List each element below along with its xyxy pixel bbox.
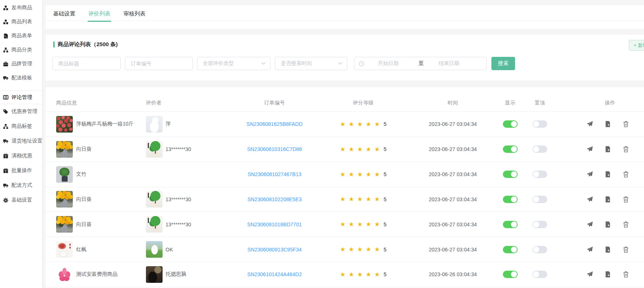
review-time: 2023-06-27 03:04:34	[429, 121, 477, 127]
reviewer-name: 13*******30	[166, 196, 191, 202]
show-toggle[interactable]	[503, 171, 518, 178]
top-toggle[interactable]	[532, 171, 547, 178]
order-number-link[interactable]: SN2306101424A464D2	[247, 271, 302, 277]
order-number-link[interactable]: SN2306080913C95F34	[247, 247, 301, 253]
date-start-placeholder[interactable]: 开始日期	[364, 60, 412, 67]
order-number-link[interactable]: SN23060810316C7D86	[247, 146, 302, 152]
file-add-icon[interactable]	[604, 121, 611, 127]
show-toggle[interactable]	[503, 196, 518, 203]
sidebar-item-gift-满额优惠[interactable]: 满额优惠	[0, 148, 42, 163]
sidebar-item-sitemap-商品分类[interactable]: 商品分类	[0, 43, 42, 57]
send-icon[interactable]	[586, 246, 593, 253]
product-title-input[interactable]	[53, 57, 120, 70]
send-icon[interactable]	[586, 271, 593, 278]
sidebar-item-columns-评论管理[interactable]: 评论管理	[0, 90, 42, 104]
top-toggle[interactable]	[532, 246, 547, 253]
sidebar-item-truck-配送模板[interactable]: 配送模板	[0, 71, 42, 85]
send-icon[interactable]	[586, 221, 593, 228]
sidebar-item-sitemap-商品标签[interactable]: 商品标签	[0, 119, 42, 134]
show-toggle[interactable]	[503, 246, 518, 253]
product-name: 向日葵	[76, 146, 92, 152]
trash-icon[interactable]	[623, 121, 629, 127]
sidebar-item-truck-退货地址设置[interactable]: 退货地址设置	[0, 134, 42, 148]
show-toggle[interactable]	[503, 221, 518, 228]
top-toggle[interactable]	[532, 221, 547, 228]
file-add-icon[interactable]	[604, 146, 611, 152]
file-add-icon[interactable]	[604, 271, 611, 278]
order-number-link[interactable]: SN230608102208E5E3	[247, 196, 301, 202]
date-end-placeholder[interactable]: 结束日期	[425, 60, 473, 67]
review-time: 2023-06-27 03:04:34	[429, 222, 477, 227]
clock-icon	[359, 61, 364, 66]
file-add-icon[interactable]	[604, 246, 611, 253]
star-rating: ★★★★★	[340, 171, 383, 178]
column-header: 时间	[417, 100, 489, 106]
sidebar-item-label: 基础设置	[11, 197, 32, 203]
add-button[interactable]: + 新增	[629, 40, 644, 51]
tab-panel: 基础设置评价列表审核列表	[45, 5, 644, 29]
reviewer-name: 13*******30	[166, 146, 191, 152]
tab-审核列表[interactable]: 审核列表	[123, 10, 146, 17]
sidebar-item-label: 满额优惠	[11, 152, 32, 159]
show-toggle[interactable]	[503, 271, 518, 278]
file-add-icon[interactable]	[604, 171, 611, 178]
send-icon[interactable]	[586, 121, 593, 127]
date-range-picker[interactable]: 开始日期 至 结束日期	[354, 57, 487, 70]
file-add-icon[interactable]	[604, 196, 611, 203]
star-rating: ★★★★★	[340, 146, 383, 152]
reviewer-avatar	[146, 266, 163, 283]
top-toggle[interactable]	[532, 196, 547, 203]
file-add-icon[interactable]	[604, 221, 611, 228]
top-toggle[interactable]	[532, 271, 547, 278]
top-toggle[interactable]	[532, 120, 547, 128]
tab-基础设置[interactable]: 基础设置	[53, 10, 76, 17]
rating-value: 5	[384, 146, 386, 152]
doc-icon	[3, 33, 8, 39]
trash-icon[interactable]	[623, 146, 629, 152]
sidebar-item-gift-批量操作[interactable]: 批量操作	[0, 163, 42, 178]
sidebar-item-tag-优惠券管理[interactable]: 优惠券管理	[0, 104, 42, 119]
sidebar-item-briefcase-品牌管理[interactable]: 品牌管理	[0, 57, 42, 71]
column-header: 操作	[548, 100, 644, 106]
chevron-down-icon	[338, 62, 343, 65]
review-time: 2023-06-27 03:04:34	[429, 196, 477, 202]
table-header: 商品信息评价者订单编号评分等级时间显示置顶操作	[45, 87, 644, 112]
review-time: 2023-06-27 03:04:34	[429, 247, 477, 253]
time-search-select[interactable]: 是否搜索时间	[275, 57, 347, 70]
order-no-input[interactable]	[125, 57, 192, 70]
trash-icon[interactable]	[623, 221, 629, 228]
filters-row: 全部评价类型 是否搜索时间 开始日期 至 结束日期 搜索	[45, 57, 644, 70]
order-number-link[interactable]: SN2306081027467B13	[248, 171, 301, 177]
sidebar-item-gear-基础设置[interactable]: 基础设置	[0, 193, 42, 208]
trash-icon[interactable]	[623, 271, 629, 278]
tab-评价列表[interactable]: 评价列表	[88, 10, 111, 17]
sidebar-item-cubes-发布商品[interactable]: 发布商品	[0, 1, 42, 15]
send-icon[interactable]	[586, 196, 593, 203]
sidebar-item-cubes-商品列表[interactable]: 商品列表	[0, 15, 42, 29]
top-toggle[interactable]	[532, 145, 547, 153]
sidebar-item-doc-商品表单[interactable]: 商品表单	[0, 29, 42, 43]
column-header: 评价者	[146, 100, 239, 106]
reviewer-avatar	[146, 216, 163, 233]
rating-value: 5	[384, 222, 386, 227]
trash-icon[interactable]	[623, 246, 629, 253]
order-number-link[interactable]: SN2306081018BD7701	[247, 222, 302, 227]
order-number-link[interactable]: SN2306081625B8FADD	[246, 121, 303, 127]
section-title: 商品评论列表（2500 条)	[53, 41, 118, 48]
search-button[interactable]: 搜索	[491, 57, 515, 70]
reviewer-name: 13*******30	[166, 222, 191, 227]
order-no-filter	[125, 57, 193, 70]
trash-icon[interactable]	[623, 196, 629, 203]
send-icon[interactable]	[586, 171, 593, 178]
trash-icon[interactable]	[623, 171, 629, 178]
sidebar-item-label: 批量操作	[11, 167, 32, 174]
sidebar-item-truck-配送方式[interactable]: 配送方式	[0, 178, 42, 193]
show-toggle[interactable]	[503, 120, 518, 128]
show-toggle[interactable]	[503, 145, 518, 153]
gear-icon	[3, 198, 8, 203]
reviewer-avatar	[146, 241, 163, 258]
sidebar-item-label: 配送模板	[11, 75, 32, 81]
send-icon[interactable]	[586, 146, 593, 152]
rating-type-select[interactable]: 全部评价类型	[197, 57, 270, 70]
reviewer-avatar	[146, 141, 163, 158]
